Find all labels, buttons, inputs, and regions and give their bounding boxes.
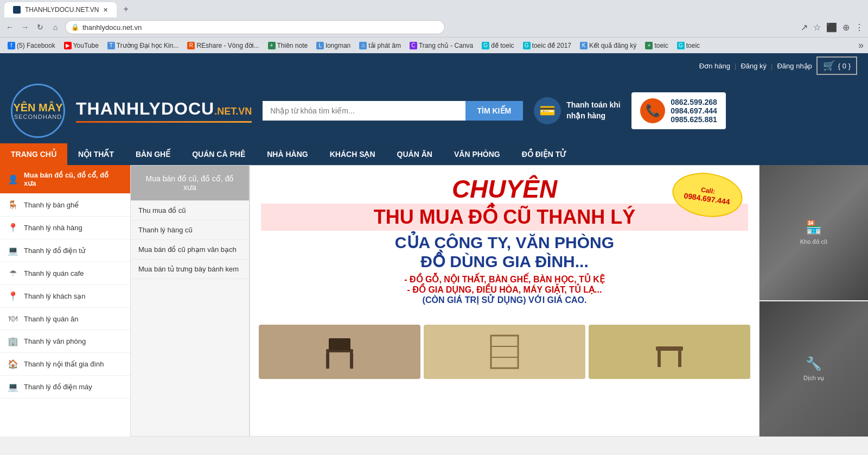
share-button[interactable]: ↗	[801, 22, 808, 33]
bookmark-label: Thiên note	[277, 42, 308, 49]
dropdown-mua-ban-pham-van-bach[interactable]: Mua bán đồ cũ phạm văn bạch	[131, 240, 249, 260]
bookmark-label: toeic đề 2017	[532, 42, 571, 49]
toeic4-icon: G	[677, 42, 685, 49]
sidebar-label-van-phong: Thanh lý văn phòng	[24, 337, 86, 345]
phone-main[interactable]: 0862.599.268	[671, 98, 717, 106]
dropdown-mua-ban-tu-trung-bay[interactable]: Mua bán tủ trưng bày bánh kem	[131, 260, 249, 279]
bookmark-youtube[interactable]: ▶ YouTube	[61, 41, 102, 50]
logo-yenmay: YÊN MÂY	[13, 102, 62, 113]
nav-van-phong[interactable]: VĂN PHÒNG	[443, 143, 511, 165]
main-content: 👤 Mua bán đồ cũ, đồ cổ, đồ xưa 🪑 Thanh l…	[0, 165, 868, 437]
address-bar[interactable]: 🔒 thanhlydocu.net.vn	[65, 20, 445, 34]
sidebar-item-quan-cafe[interactable]: ☂ Thanh lý quán cafe	[0, 262, 130, 285]
sidebar-item-do-dien-tu[interactable]: 💻 Thanh lý đồ điện tử	[0, 239, 130, 262]
home-button[interactable]: ⌂	[50, 22, 61, 33]
don-hang-link[interactable]: Đơn hàng	[699, 62, 730, 70]
bookmark-reshare[interactable]: R REshare - Vòng đời...	[184, 41, 262, 50]
dropdown-thu-mua-do-cu[interactable]: Thu mua đồ cũ	[131, 201, 249, 220]
dropdown-highlighted[interactable]: Mua bán đồ cũ, đồ cổ, đồ xưa	[131, 166, 249, 201]
svg-rect-9	[678, 351, 681, 367]
extension-button[interactable]: ⬛	[826, 22, 837, 33]
bookmark-toeic2017[interactable]: G toeic đề 2017	[520, 41, 575, 50]
bookmark-label: Trang chủ - Canva	[419, 42, 473, 49]
bookmark-detoeic[interactable]: G đề toeic	[478, 41, 517, 50]
nav-khach-san[interactable]: KHÁCH SẠN	[319, 143, 386, 165]
thien-icon: +	[268, 42, 276, 49]
bookmark-label: toeic	[686, 42, 700, 49]
back-button[interactable]: ←	[4, 22, 15, 33]
dropdown-thanh-ly-hang-cu[interactable]: Thanh lý hàng cũ	[131, 220, 249, 240]
cart-box[interactable]: 🛒 { 0 }	[816, 56, 857, 75]
nav-ban-ghe[interactable]: BÀN GHẾ	[125, 143, 181, 165]
toeic1-icon: G	[482, 42, 489, 49]
nav-noi-that[interactable]: NỘI THẤT	[67, 143, 125, 165]
search-button[interactable]: TÌM KIẾM	[465, 101, 524, 121]
bookmark-longman[interactable]: L longman	[313, 41, 354, 50]
menu-button[interactable]: ⋮	[855, 22, 864, 33]
bookmark-label: Trường Đại học Kin...	[117, 42, 179, 49]
dang-ky-link[interactable]: Đăng ký	[741, 62, 767, 70]
bookmark-label: đề toeic	[491, 42, 514, 49]
tab-close[interactable]: ✕	[103, 7, 108, 14]
top-bar: Đơn hàng | Đăng ký | Đăng nhập 🛒 { 0 }	[0, 53, 868, 78]
site-header: YÊN MÂY SECONDHAND THANHLYDOCU .NET.VN T…	[0, 78, 868, 143]
search-area: TÌM KIẾM	[263, 101, 523, 121]
youtube-icon: ▶	[64, 42, 72, 49]
bookmark-thien[interactable]: + Thiên note	[265, 41, 311, 50]
search-input[interactable]	[263, 101, 465, 121]
nav-nha-hang[interactable]: NHÀ HÀNG	[256, 143, 318, 165]
main-banner: Call: 0984.697.444 CHUYÊN THU MUA ĐỒ CŨ …	[250, 165, 760, 437]
bookmark-toeic4[interactable]: G toeic	[674, 41, 703, 50]
nav-trang-chu[interactable]: TRANG CHỦ	[0, 143, 67, 165]
sidebar-label-noi-that: Thanh lý nội thất gia đình	[24, 360, 104, 368]
sidebar-label-quan-cafe: Thanh lý quán cafe	[24, 269, 84, 277]
banner-main-row: Call: 0984.697.444 CHUYÊN THU MUA ĐỒ CŨ …	[250, 165, 868, 437]
bookmark-truong[interactable]: T Trường Đại học Kin...	[104, 41, 182, 50]
bookmark-canva[interactable]: C Trang chủ - Canva	[406, 41, 476, 50]
phone-1[interactable]: 0984.697.444	[671, 106, 717, 115]
forward-button[interactable]: →	[20, 22, 30, 33]
bookmark-facebook[interactable]: f (5) Facebook	[4, 41, 59, 50]
sidebar-item-noi-that-gia-dinh[interactable]: 🏠 Thanh lý nội thất gia đình	[0, 353, 130, 376]
bookmark-label: YouTube	[73, 42, 99, 49]
browser-tab[interactable]: THANHLYDOCU.NET.VN ✕	[4, 2, 117, 17]
sidebar-item-do-dien-may[interactable]: 💻 Thanh lý đồ điện máy	[0, 376, 130, 399]
university-icon: T	[107, 42, 115, 49]
right-side-images: 🏪 Kho đồ cũ 🔧 Dịch vụ	[760, 165, 868, 437]
profile-button[interactable]: ⊕	[843, 22, 850, 33]
sidebar-label-ban-ghe: Thanh lý bàn ghế	[24, 201, 79, 209]
dang-nhap-link[interactable]: Đăng nhập	[777, 62, 812, 70]
nav-do-dien-tu[interactable]: ĐỒ ĐIỆN TỬ	[511, 143, 578, 165]
phone-2[interactable]: 0985.625.881	[671, 115, 717, 124]
bookmark-ketqua[interactable]: K Kết quả đăng ký	[577, 41, 640, 50]
sidebar-item-van-phong[interactable]: 🏢 Thanh lý văn phòng	[0, 330, 130, 353]
bookmark-label: (5) Facebook	[17, 42, 55, 49]
bookmark-label: toeic	[654, 42, 668, 49]
svg-rect-3	[329, 338, 350, 350]
canva-icon: C	[410, 42, 417, 49]
longman-icon: L	[316, 42, 324, 49]
bookmarks-more[interactable]: »	[858, 40, 864, 51]
nav-quan-an[interactable]: QUÁN ĂN	[386, 143, 443, 165]
url-display: thanhlydocu.net.vn	[82, 23, 439, 31]
bookmark-button[interactable]: ☆	[813, 22, 821, 33]
reload-button[interactable]: ↻	[35, 22, 46, 33]
sidebar-item-nha-hang[interactable]: 📍 Thanh lý nhà hàng	[0, 217, 130, 239]
payment-text: Thanh toán khi nhận hàng	[566, 100, 621, 121]
toeic2-icon: G	[523, 42, 531, 49]
nav-quan-ca-phe[interactable]: QUÁN CÀ PHÊ	[181, 143, 256, 165]
sidebar-item-khach-san[interactable]: 📍 Thanh lý khách sạn	[0, 285, 130, 308]
browser-actions: ↗ ☆ ⬛ ⊕ ⋮	[801, 22, 864, 33]
logo-circle[interactable]: YÊN MÂY SECONDHAND	[11, 84, 65, 138]
sidebar-icon-khach-san: 📍	[8, 291, 18, 301]
new-tab-button[interactable]: +	[118, 1, 133, 17]
site-name-block[interactable]: THANHLYDOCU .NET.VN	[76, 99, 252, 123]
bookmark-toeic3[interactable]: + toeic	[642, 41, 671, 50]
sidebar-icon-ban-ghe: 🪑	[8, 200, 18, 210]
bookmark-phatam[interactable]: ♫ tải phát âm	[356, 41, 404, 50]
sidebar-item-ban-ghe[interactable]: 🪑 Thanh lý bàn ghế	[0, 194, 130, 217]
sidebar-item-mua-ban-do-cu[interactable]: 👤 Mua bán đồ cũ, đồ cổ, đồ xưa	[0, 165, 130, 194]
bookmark-label: REshare - Vòng đời...	[196, 42, 259, 49]
sidebar-item-quan-an[interactable]: 🍽 Thanh lý quán ăn	[0, 308, 130, 330]
sidebar-label-khach-san: Thanh lý khách sạn	[24, 292, 86, 300]
